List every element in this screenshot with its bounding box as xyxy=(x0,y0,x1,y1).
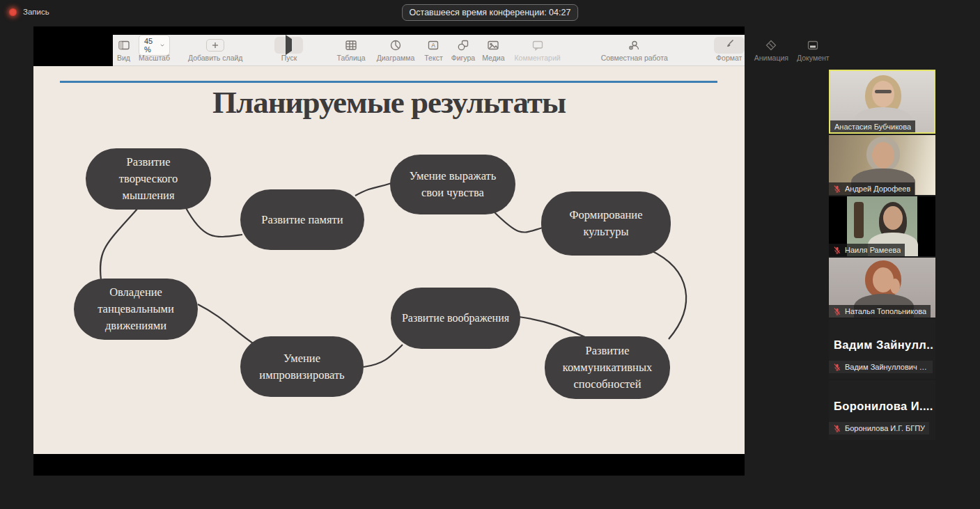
bubble-communication: Развитие коммуникативных способностей xyxy=(545,336,670,399)
media-button[interactable]: Медиа xyxy=(482,38,504,62)
comment-button: Комментарий xyxy=(515,38,561,62)
chevron-down-icon xyxy=(160,43,164,47)
pie-chart-icon xyxy=(389,38,402,53)
zoom-dropdown[interactable]: 45 % xyxy=(139,35,170,56)
participant-name-tag: Наиля Рамеева xyxy=(829,244,905,256)
shapes-icon xyxy=(457,38,469,53)
play-icon xyxy=(274,37,303,54)
table-button[interactable]: Таблица xyxy=(336,38,365,62)
view-sidebar-icon xyxy=(118,38,130,53)
collaboration-button[interactable]: Совместная работа xyxy=(601,38,668,62)
participant-tile-vadim[interactable]: Вадим Зайнулл... Вадим Зайнуллович Т... xyxy=(829,319,935,379)
view-button[interactable]: Вид xyxy=(117,38,130,62)
bubble-improvise: Умение импровизировать xyxy=(240,336,364,397)
bubble-culture: Формирование культуры xyxy=(541,191,671,256)
participant-display-name: Вадим Зайнулл... xyxy=(834,338,934,352)
participant-name-tag: Наталья Топольникова xyxy=(829,305,931,318)
participant-tile-nailya[interactable]: Наиля Рамеева xyxy=(829,196,935,256)
bubble-memory: Развитие памяти xyxy=(240,189,364,250)
image-icon xyxy=(487,38,499,53)
comment-icon xyxy=(531,38,544,53)
format-button[interactable]: Формат xyxy=(714,38,745,62)
collaboration-icon xyxy=(628,38,641,53)
add-slide-button[interactable]: Добавить слайд xyxy=(188,38,243,62)
recording-indicator: Запись xyxy=(9,8,49,16)
document-button[interactable]: Документ xyxy=(797,38,830,62)
muted-mic-icon xyxy=(833,363,841,372)
participant-tile-boronilova[interactable]: Боронилова И.... Боронилова И.Г. БГПУ xyxy=(829,380,935,440)
muted-mic-icon xyxy=(833,307,841,316)
paintbrush-icon xyxy=(714,37,745,54)
muted-mic-icon xyxy=(833,246,841,255)
bubble-dance-moves: Овладение танцевальными движениями xyxy=(74,279,198,340)
participant-name-tag: Боронилова И.Г. БГПУ xyxy=(829,422,929,434)
zoom-control[interactable]: 45 % Масштаб xyxy=(139,38,170,62)
bubble-express-feelings: Умение выражать свои чувства xyxy=(390,155,515,214)
participant-name-tag: Анастасия Бубчикова xyxy=(830,120,915,132)
muted-mic-icon xyxy=(833,185,841,194)
document-icon xyxy=(807,38,819,53)
presentation-slide: Планируемые результаты Развитие творческ… xyxy=(33,66,745,454)
recording-label: Запись xyxy=(23,8,49,16)
participant-name-tag: Вадим Зайнуллович Т... xyxy=(829,361,933,373)
animate-button[interactable]: Анимация xyxy=(754,38,788,62)
meeting-topbar: Запись Оставшееся время конференции: 04:… xyxy=(0,0,980,26)
participant-tile-natalya[interactable]: Наталья Топольникова xyxy=(829,258,935,318)
shape-button[interactable]: Фигура xyxy=(451,38,476,62)
table-icon xyxy=(345,38,357,53)
participant-display-name: Боронилова И.... xyxy=(834,400,934,413)
text-button[interactable]: A Текст xyxy=(424,38,442,62)
keynote-toolbar: Вид 45 % Масштаб Добавить слайд Пуск xyxy=(113,35,745,66)
plus-icon xyxy=(206,38,224,53)
bubble-imagination: Развитие воображения xyxy=(391,288,520,349)
diamond-icon xyxy=(765,38,777,53)
bubble-creative-thinking: Развитие творческого мышления xyxy=(86,148,211,210)
svg-text:A: A xyxy=(432,42,436,49)
text-box-icon: A xyxy=(427,38,440,53)
record-icon xyxy=(9,8,17,16)
screen-share-region: Вид 45 % Масштаб Добавить слайд Пуск xyxy=(33,26,745,476)
participant-tile-anastasia[interactable]: Анастасия Бубчикова xyxy=(829,70,935,134)
play-button[interactable]: Пуск xyxy=(274,38,303,62)
participant-name-tag: Андрей Дорофеев xyxy=(829,182,915,195)
chart-button[interactable]: Диаграмма xyxy=(377,38,415,62)
participant-tile-andrey[interactable]: Андрей Дорофеев xyxy=(829,135,935,195)
conference-timer: Оставшееся время конференции: 04:27 xyxy=(402,4,579,21)
muted-mic-icon xyxy=(833,424,841,433)
